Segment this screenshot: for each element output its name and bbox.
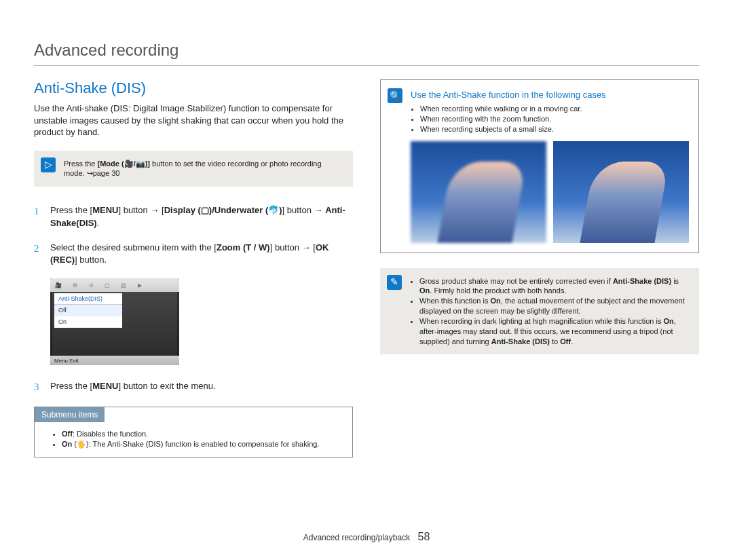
step-1-num: 1 bbox=[34, 204, 41, 229]
t: Zoom (T / W) bbox=[217, 242, 270, 253]
footer-pagenum: 58 bbox=[417, 531, 430, 542]
step-1-body: Press the [MENU] button → [Display (▢)/U… bbox=[50, 204, 353, 229]
magnifier-icon: 🔍 bbox=[388, 88, 402, 103]
submenu-tab: Submenu items bbox=[35, 407, 105, 422]
page-footer: Advanced recording/playback 58 bbox=[0, 531, 733, 543]
t: Off bbox=[62, 430, 73, 438]
screenshot-menu-item-off: Off bbox=[54, 305, 122, 316]
t: . bbox=[97, 218, 100, 228]
submenu-list: Off: Disables the function. On (🖐️): The… bbox=[35, 429, 352, 450]
pencil-icon: ✎ bbox=[387, 275, 402, 290]
tip-list: When recording while walking or in a mov… bbox=[411, 104, 689, 134]
t: Display (▢)/Underwater (🐬) bbox=[164, 205, 282, 215]
t: ] button → bbox=[282, 205, 326, 215]
t: ] button → [ bbox=[118, 205, 164, 215]
step-2-num: 2 bbox=[34, 242, 41, 266]
step-2-body: Select the desired submenu item with the… bbox=[50, 242, 353, 266]
t: On bbox=[62, 440, 72, 448]
mode-note-pre: Press the bbox=[64, 160, 98, 168]
tip-box: 🔍 Use the Anti-Shake function in the fol… bbox=[380, 79, 699, 253]
mode-note-icon: ▷ bbox=[41, 157, 56, 172]
submenu-item-off: Off: Disables the function. bbox=[62, 429, 339, 439]
t: MENU bbox=[92, 205, 118, 215]
screenshot-bottom-bar: Menu Exit bbox=[50, 356, 179, 365]
tip-title: Use the Anti-Shake function in the follo… bbox=[411, 90, 689, 100]
step-3: 3 Press the [MENU] button to exit the me… bbox=[34, 380, 353, 394]
step-2: 2 Select the desired submenu item with t… bbox=[34, 242, 353, 266]
t: Select the desired submenu item with the… bbox=[50, 242, 217, 253]
screenshot-menu-title: Anti-Shake(DIS) bbox=[54, 293, 122, 305]
screenshot-menu-item-on: On bbox=[54, 316, 122, 328]
warning-list: Gross product shake may not be entirely … bbox=[410, 276, 688, 347]
tip-bullet-2: When recording with the zoom function. bbox=[420, 114, 689, 124]
t: ] button. bbox=[75, 255, 107, 265]
tip-bullet-3: When recording subjects of a small size. bbox=[420, 124, 689, 134]
warning-bullet-2: When this function is On, the actual mov… bbox=[419, 296, 688, 316]
mode-note-bold: [Mode (🎥/📷)] bbox=[98, 160, 150, 168]
step-1: 1 Press the [MENU] button → [Display (▢)… bbox=[34, 204, 353, 229]
t: ] button to exit the menu. bbox=[118, 381, 215, 391]
footer-section: Advanced recording/playback bbox=[303, 533, 410, 542]
warning-bullet-3: When recording in dark lighting at high … bbox=[419, 316, 688, 347]
screenshot-menu-panel: Anti-Shake(DIS) Off On bbox=[54, 293, 122, 328]
tip-bullet-1: When recording while walking or in a mov… bbox=[420, 104, 689, 114]
rule bbox=[34, 65, 699, 66]
example-photo-blurry bbox=[411, 141, 546, 243]
t: ] button → [ bbox=[270, 242, 316, 253]
mode-note-box: ▷ Press the [Mode (🎥/📷)] button to set t… bbox=[34, 151, 353, 187]
t: Press the [ bbox=[50, 205, 92, 215]
step-3-body: Press the [MENU] button to exit the menu… bbox=[50, 380, 353, 394]
right-column: 🔍 Use the Anti-Shake function in the fol… bbox=[380, 79, 699, 458]
example-photos bbox=[411, 141, 689, 243]
camera-menu-screenshot: 🎥⚙⊙▢▤▶ Anti-Shake(DIS) Off On Menu Exit bbox=[50, 278, 179, 365]
hand-icon: (🖐️) bbox=[74, 440, 88, 448]
warning-bullet-1: Gross product shake may not be entirely … bbox=[419, 276, 688, 297]
intro-text: Use the Anti-shake (DIS: Digital Image S… bbox=[34, 102, 353, 138]
warning-box: ✎ Gross product shake may not be entirel… bbox=[380, 268, 699, 355]
screenshot-topbar: 🎥⚙⊙▢▤▶ bbox=[50, 278, 179, 292]
left-column: Anti-Shake (DIS) Use the Anti-shake (DIS… bbox=[34, 79, 353, 458]
t: Press the [ bbox=[50, 381, 92, 391]
t: : Disables the function. bbox=[73, 430, 148, 438]
t: MENU bbox=[92, 381, 118, 391]
page-heading: Advanced recording bbox=[34, 41, 699, 60]
t: : The Anti-Shake (DIS) function is enabl… bbox=[89, 440, 320, 448]
submenu-item-on: On (🖐️): The Anti-Shake (DIS) function i… bbox=[62, 439, 339, 449]
section-title: Anti-Shake (DIS) bbox=[34, 79, 353, 97]
submenu-box: Submenu items Off: Disables the function… bbox=[34, 407, 353, 458]
step-3-num: 3 bbox=[34, 380, 41, 394]
example-photo-sharp bbox=[553, 141, 689, 243]
